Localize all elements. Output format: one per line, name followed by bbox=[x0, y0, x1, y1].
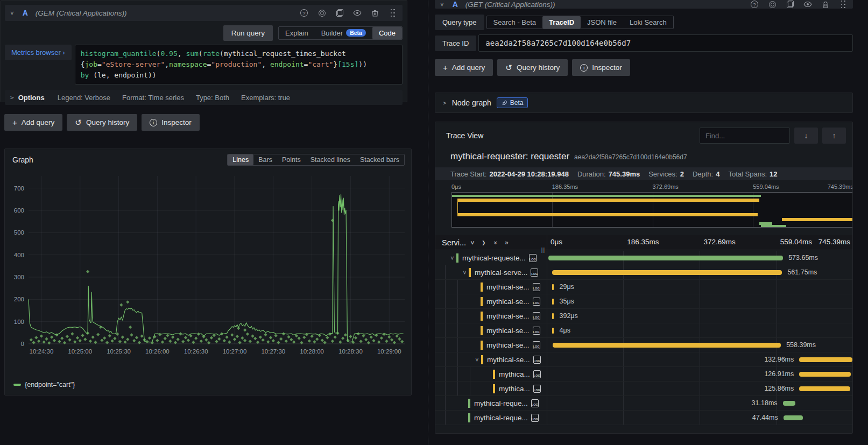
span-collapse-chevron-icon[interactable]: > bbox=[461, 269, 468, 277]
query-type-tab-json-file[interactable]: JSON file bbox=[581, 16, 623, 29]
hide-response-eye-icon[interactable] bbox=[803, 0, 812, 9]
service-column-header[interactable]: Servi... bbox=[442, 238, 466, 247]
span-row[interactable]: mythical-se...LOG29μs bbox=[435, 280, 853, 294]
span-row[interactable]: mythical-se...LOG558.39ms bbox=[435, 338, 853, 352]
span-service-color-bar bbox=[493, 370, 495, 379]
promql-query-input[interactable]: histogram_quantile(0.95, sum(rate(mythic… bbox=[75, 45, 403, 84]
span-log-icon[interactable]: LOG bbox=[531, 269, 538, 277]
pane-resize-divider[interactable] bbox=[428, 0, 428, 445]
duplicate-query-icon[interactable] bbox=[335, 9, 344, 17]
graph-mode-points[interactable]: Points bbox=[277, 154, 306, 165]
span-log-icon[interactable]: LOG bbox=[533, 370, 541, 378]
help-icon[interactable]: ? bbox=[750, 0, 759, 9]
span-name: mythical-se... bbox=[486, 341, 530, 349]
span-log-icon[interactable]: LOG bbox=[533, 298, 540, 306]
span-row[interactable]: >mythical-serve...LOG561.75ms bbox=[435, 265, 853, 280]
tab-code[interactable]: Code bbox=[372, 27, 402, 39]
span-duration-bar[interactable] bbox=[552, 270, 782, 275]
metrics-browser-link[interactable]: Metrics browser › bbox=[5, 45, 72, 60]
query-history-button[interactable]: ↺Query history bbox=[67, 114, 137, 131]
span-log-icon[interactable]: LOG bbox=[531, 399, 539, 407]
node-graph-chevron-icon[interactable]: > bbox=[443, 100, 447, 107]
span-row[interactable]: mythica...LOG126.91ms bbox=[435, 367, 853, 382]
inspector-button[interactable]: iInspector bbox=[572, 59, 630, 76]
span-duration-bar[interactable] bbox=[784, 415, 803, 420]
span-row[interactable]: mythical-se...LOG392μs bbox=[435, 309, 853, 323]
span-duration-bar[interactable] bbox=[552, 299, 554, 305]
span-log-icon[interactable]: LOG bbox=[533, 327, 540, 335]
span-duration-label: 573.65ms bbox=[788, 254, 818, 262]
collapse-all-icon[interactable]: » bbox=[491, 241, 499, 244]
graph-mode-stacked-bars[interactable]: Stacked bars bbox=[355, 154, 404, 165]
add-query-button[interactable]: +Add query bbox=[435, 59, 493, 76]
duplicate-query-icon[interactable] bbox=[786, 0, 794, 9]
query-type-tab-traceid[interactable]: TraceID bbox=[542, 16, 581, 29]
span-row[interactable]: >mythical-se...LOG132.96ms bbox=[435, 352, 853, 367]
span-row[interactable]: mythical-se...LOG35μs bbox=[435, 294, 853, 309]
span-row[interactable]: mythical-reque...LOG47.44ms bbox=[435, 411, 853, 425]
query-header-actions: ? bbox=[750, 0, 848, 9]
span-duration-bar[interactable] bbox=[548, 256, 783, 260]
span-log-icon[interactable]: LOG bbox=[533, 283, 540, 291]
span-log-icon[interactable]: LOG bbox=[531, 414, 539, 422]
query-history-button[interactable]: ↺Query history bbox=[497, 59, 568, 76]
span-log-icon[interactable]: LOG bbox=[533, 341, 540, 349]
options-chevron-icon[interactable]: > bbox=[10, 94, 14, 101]
find-prev-button[interactable]: ↑ bbox=[822, 128, 846, 144]
legend-label: {endpoint="cart"} bbox=[25, 381, 75, 389]
hide-response-eye-icon[interactable] bbox=[353, 9, 362, 17]
drag-handle-icon[interactable] bbox=[839, 0, 848, 9]
node-graph-panel[interactable]: > Node graph Beta bbox=[435, 93, 853, 113]
collapse-query-chevron-icon[interactable]: > bbox=[439, 3, 446, 6]
trace-id-input[interactable] bbox=[478, 34, 853, 52]
span-duration-bar[interactable] bbox=[799, 372, 851, 377]
query-type-tab-search-beta[interactable]: Search - Beta bbox=[487, 16, 543, 29]
tab-builder[interactable]: Builder Beta bbox=[315, 27, 372, 39]
graph-mode-stacked-lines[interactable]: Stacked lines bbox=[306, 154, 355, 165]
span-duration-bar[interactable] bbox=[552, 328, 554, 334]
query-options-row[interactable]: > Options Legend: VerboseFormat: Time se… bbox=[5, 90, 403, 105]
remove-query-trash-icon[interactable] bbox=[371, 9, 379, 17]
span-duration-bar[interactable] bbox=[799, 357, 852, 362]
drag-handle-icon[interactable] bbox=[389, 9, 397, 17]
svg-text:400: 400 bbox=[14, 252, 24, 258]
legend-item[interactable]: {endpoint="cart"} bbox=[13, 381, 75, 389]
help-icon[interactable]: ? bbox=[300, 9, 308, 17]
span-collapse-chevron-icon[interactable]: > bbox=[449, 254, 456, 262]
graph-mode-bars[interactable]: Bars bbox=[253, 154, 277, 165]
span-row[interactable]: mythica...LOG125.86ms bbox=[435, 382, 853, 396]
trace-find-input[interactable] bbox=[700, 128, 790, 144]
collapse-query-chevron-icon[interactable]: > bbox=[9, 11, 16, 15]
span-collapse-chevron-icon[interactable]: > bbox=[474, 356, 481, 364]
add-query-button[interactable]: +Add query bbox=[4, 114, 62, 131]
inspector-button[interactable]: iInspector bbox=[142, 114, 200, 131]
span-log-icon[interactable]: LOG bbox=[533, 356, 541, 364]
service-sort-caret-icon[interactable]: > bbox=[469, 241, 476, 244]
span-name: mythical-requeste... bbox=[462, 254, 526, 262]
span-name: mythical-reque... bbox=[474, 414, 528, 422]
disable-query-icon[interactable] bbox=[768, 0, 777, 9]
span-log-icon[interactable]: LOG bbox=[533, 312, 540, 320]
span-log-icon[interactable]: LOG bbox=[533, 385, 541, 393]
span-duration-bar[interactable] bbox=[552, 284, 554, 290]
span-log-icon[interactable]: LOG bbox=[529, 254, 537, 262]
span-duration-bar[interactable] bbox=[799, 386, 850, 391]
graph-mode-lines[interactable]: Lines bbox=[228, 154, 253, 165]
span-duration-bar[interactable] bbox=[552, 313, 554, 319]
tab-explain[interactable]: Explain bbox=[279, 27, 315, 39]
span-row[interactable]: mythical-reque...LOG31.18ms bbox=[435, 396, 853, 411]
remove-query-trash-icon[interactable] bbox=[821, 0, 830, 9]
span-row[interactable]: mythical-se...LOG4μs bbox=[435, 323, 853, 338]
span-duration-bar[interactable] bbox=[783, 401, 796, 406]
run-query-button[interactable]: Run query bbox=[223, 25, 273, 41]
trace-minimap[interactable] bbox=[451, 192, 853, 228]
find-next-button[interactable]: ↓ bbox=[794, 128, 818, 144]
query-type-tab-loki-search[interactable]: Loki Search bbox=[623, 16, 673, 29]
expand-all-icon[interactable]: » bbox=[505, 239, 509, 246]
span-row[interactable]: >mythical-requeste...LOG573.65ms bbox=[435, 251, 853, 265]
span-duration-bar[interactable] bbox=[553, 343, 781, 348]
collapse-one-icon[interactable]: ❯ bbox=[482, 239, 485, 246]
svg-text:600: 600 bbox=[14, 207, 24, 214]
disable-query-icon[interactable] bbox=[317, 9, 326, 17]
meta-services-: Services:2 bbox=[648, 170, 684, 178]
